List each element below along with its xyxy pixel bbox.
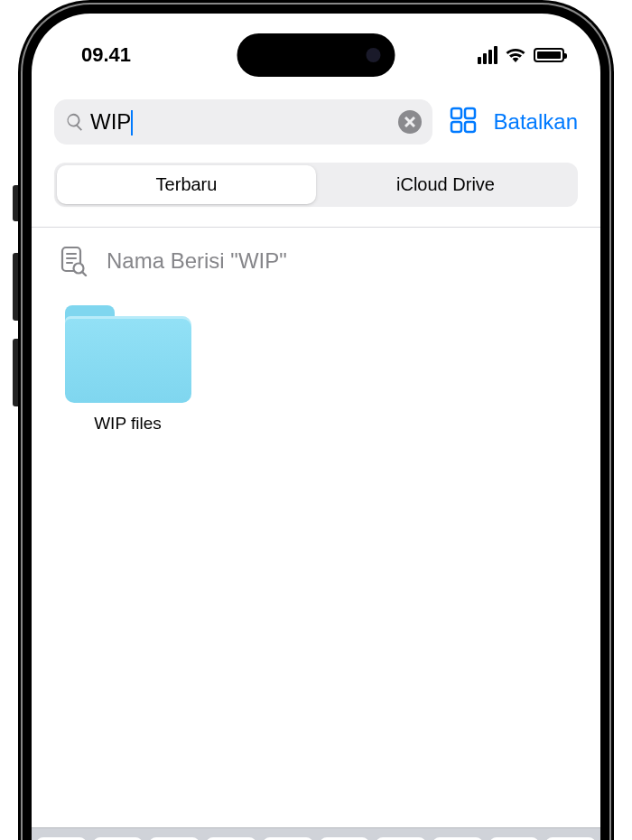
side-button-volume-down (13, 339, 18, 406)
document-search-icon (58, 246, 88, 276)
search-suggestion-label: Nama Berisi "WIP" (107, 248, 287, 274)
view-mode-button[interactable] (449, 106, 478, 138)
svg-rect-0 (451, 108, 461, 118)
result-folder-label: WIP files (58, 414, 198, 434)
cancel-button[interactable]: Batalkan (494, 109, 578, 135)
status-time: 09.41 (81, 43, 131, 67)
battery-icon (534, 48, 564, 62)
cellular-signal-icon (478, 46, 497, 64)
status-icons (478, 44, 564, 66)
svg-rect-2 (451, 122, 461, 132)
wifi-icon (505, 44, 526, 66)
results-grid: WIP files (54, 298, 578, 840)
side-button-silence (13, 185, 18, 221)
close-icon (404, 117, 415, 127)
dynamic-island (237, 33, 395, 77)
svg-rect-1 (465, 108, 475, 118)
scope-segmented-control: Terbaru iCloud Drive (54, 163, 578, 207)
folder-icon (65, 305, 191, 403)
search-suggestion-row[interactable]: Nama Berisi "WIP" (54, 228, 578, 298)
result-folder[interactable]: WIP files (58, 305, 198, 434)
segment-recent[interactable]: Terbaru (57, 165, 316, 204)
svg-line-9 (82, 272, 86, 275)
search-icon (65, 112, 85, 132)
search-input-text[interactable]: WIP (90, 109, 131, 135)
screen: 09.41 WIP (32, 14, 600, 840)
keyboard: q w e r t y u i o p (32, 827, 600, 840)
segment-icloud-drive[interactable]: iCloud Drive (316, 165, 575, 204)
search-row: WIP Batalkan (54, 99, 578, 145)
side-button-volume-up (13, 253, 18, 321)
phone-frame: 09.41 WIP (18, 0, 614, 840)
svg-rect-3 (465, 122, 475, 132)
search-field[interactable]: WIP (54, 99, 432, 145)
clear-search-button[interactable] (398, 110, 422, 134)
grid-icon (449, 106, 478, 135)
